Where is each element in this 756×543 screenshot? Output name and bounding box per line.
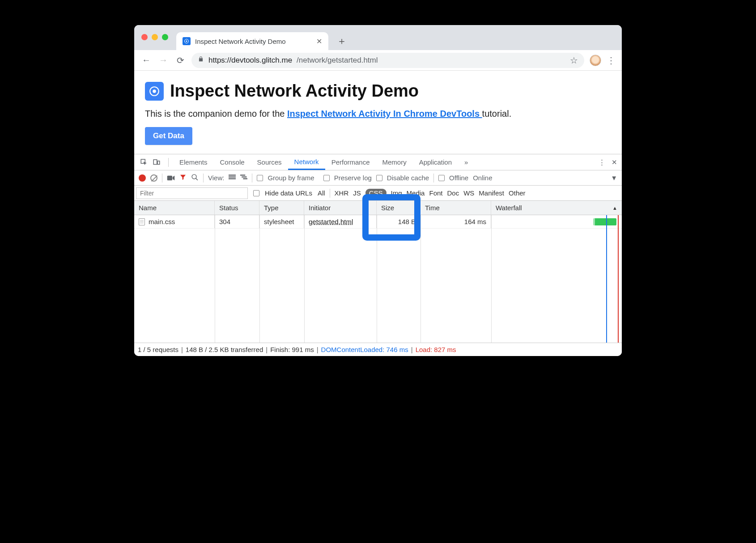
tab-sources[interactable]: Sources [251, 154, 288, 170]
svg-point-7 [192, 174, 196, 179]
view-label: View: [208, 174, 224, 182]
tab-memory[interactable]: Memory [376, 154, 413, 170]
svg-rect-6 [167, 175, 172, 180]
svg-rect-14 [243, 178, 248, 179]
desc-suffix: tutorial. [482, 109, 512, 119]
tab-performance[interactable]: Performance [325, 154, 376, 170]
svg-rect-10 [229, 176, 236, 177]
tab-network[interactable]: Network [288, 154, 325, 170]
filter-img[interactable]: Img [391, 189, 402, 197]
devtools-panel: Elements Console Sources Network Perform… [134, 154, 622, 356]
new-tab-button[interactable]: ＋ [336, 35, 348, 47]
tab-application[interactable]: Application [413, 154, 458, 170]
star-icon[interactable]: ☆ [570, 55, 578, 66]
offline-checkbox[interactable] [438, 175, 445, 181]
tutorial-link[interactable]: Inspect Network Activity In Chrome DevTo… [287, 109, 482, 119]
cell-type: stylesheet [259, 215, 304, 228]
filter-icon[interactable] [179, 174, 187, 182]
cell-waterfall [491, 215, 622, 228]
preserve-log-label: Preserve log [334, 174, 372, 182]
large-rows-icon[interactable] [229, 174, 236, 182]
favicon-icon [183, 37, 191, 45]
disable-cache-checkbox[interactable] [376, 175, 382, 181]
filter-manifest[interactable]: Manifest [479, 189, 504, 197]
tab-elements[interactable]: Elements [173, 154, 214, 170]
waterfall-toggle-icon[interactable] [240, 174, 247, 182]
filter-input[interactable] [136, 187, 248, 199]
table-row[interactable]: main.css 304 stylesheet getstarted.html … [134, 215, 622, 229]
devtools-menu-icon[interactable]: ⋮ [599, 158, 605, 166]
throttling-dropdown-icon[interactable]: ▼ [611, 174, 617, 182]
col-initiator[interactable]: Initiator [304, 201, 377, 215]
forward-icon[interactable]: → [157, 55, 169, 66]
browser-window: Inspect Network Activity Demo ✕ ＋ ← → ⟳ … [134, 25, 622, 356]
status-requests: 1 / 5 requests [138, 346, 178, 353]
col-size[interactable]: Size [377, 201, 420, 215]
svg-rect-12 [240, 174, 245, 175]
filter-font[interactable]: Font [429, 189, 442, 197]
tab-console[interactable]: Console [214, 154, 251, 170]
record-button[interactable] [139, 174, 146, 182]
offline-label: Offline [449, 174, 468, 182]
filter-js[interactable]: JS [353, 189, 361, 197]
traffic-lights [141, 34, 168, 40]
device-toolbar-icon[interactable] [151, 157, 162, 168]
svg-rect-4 [153, 160, 157, 165]
svg-rect-5 [157, 161, 160, 165]
lock-icon [198, 55, 204, 65]
online-label[interactable]: Online [473, 174, 492, 182]
devtools-close-icon[interactable]: ✕ [612, 158, 617, 166]
hide-data-urls-label: Hide data URLs [265, 189, 312, 197]
initiator-link[interactable]: getstarted.html [309, 218, 353, 225]
group-by-frame-checkbox[interactable] [257, 175, 263, 181]
col-waterfall[interactable]: Waterfall▲ [491, 201, 622, 215]
group-by-frame-label: Group by frame [268, 174, 314, 182]
load-marker [618, 215, 619, 343]
col-name[interactable]: Name [134, 201, 215, 215]
network-toolbar: View: Group by frame Preserve log Disabl… [134, 170, 622, 186]
search-icon[interactable] [191, 174, 199, 182]
svg-point-1 [186, 41, 187, 42]
filter-all[interactable]: All [318, 189, 325, 197]
col-time[interactable]: Time [420, 201, 491, 215]
more-tabs-icon[interactable]: » [461, 157, 471, 168]
reload-icon[interactable]: ⟳ [174, 55, 186, 66]
inspect-element-icon[interactable] [139, 157, 149, 168]
clear-icon[interactable] [150, 174, 157, 182]
table-header: Name Status Type Initiator Size Time Wat… [134, 201, 622, 215]
col-status[interactable]: Status [215, 201, 259, 215]
filter-other[interactable]: Other [509, 189, 526, 197]
svg-rect-9 [229, 174, 236, 175]
tab-close-icon[interactable]: ✕ [316, 37, 322, 46]
screenshot-icon[interactable] [167, 175, 175, 181]
window-minimize-button[interactable] [152, 34, 158, 40]
col-type[interactable]: Type [259, 201, 304, 215]
back-icon[interactable]: ← [140, 55, 152, 66]
desc-prefix: This is the companion demo for the [145, 109, 287, 119]
window-close-button[interactable] [141, 34, 148, 40]
hide-data-urls-checkbox[interactable] [253, 190, 259, 196]
address-bar: ← → ⟳ https://devtools.glitch.me/network… [134, 50, 622, 71]
page-description: This is the companion demo for the Inspe… [145, 109, 611, 119]
filter-xhr[interactable]: XHR [335, 189, 349, 197]
status-dcl: DOMContentLoaded: 746 ms [321, 346, 408, 353]
chrome-menu-icon[interactable]: ⋮ [607, 55, 616, 66]
url-box[interactable]: https://devtools.glitch.me/network/getst… [191, 53, 584, 68]
titlebar: Inspect Network Activity Demo ✕ ＋ [134, 25, 622, 50]
browser-tab-active[interactable]: Inspect Network Activity Demo ✕ [176, 32, 328, 50]
network-status-bar: 1 / 5 requests | 148 B / 2.5 KB transfer… [134, 343, 622, 356]
filter-ws[interactable]: WS [463, 189, 474, 197]
filter-css[interactable]: CSS [365, 189, 386, 197]
window-zoom-button[interactable] [162, 34, 168, 40]
filter-doc[interactable]: Doc [447, 189, 459, 197]
status-load: Load: 827 ms [416, 346, 456, 353]
url-path: /network/getstarted.html [297, 56, 378, 65]
profile-avatar[interactable] [590, 55, 601, 66]
filter-media[interactable]: Media [407, 189, 425, 197]
svg-point-3 [153, 89, 156, 93]
preserve-log-checkbox[interactable] [323, 175, 330, 181]
table-body: main.css 304 stylesheet getstarted.html … [134, 215, 622, 343]
url-host: https://devtools.glitch.me [208, 56, 292, 65]
get-data-button[interactable]: Get Data [145, 127, 192, 145]
sort-indicator-icon: ▲ [612, 205, 617, 211]
